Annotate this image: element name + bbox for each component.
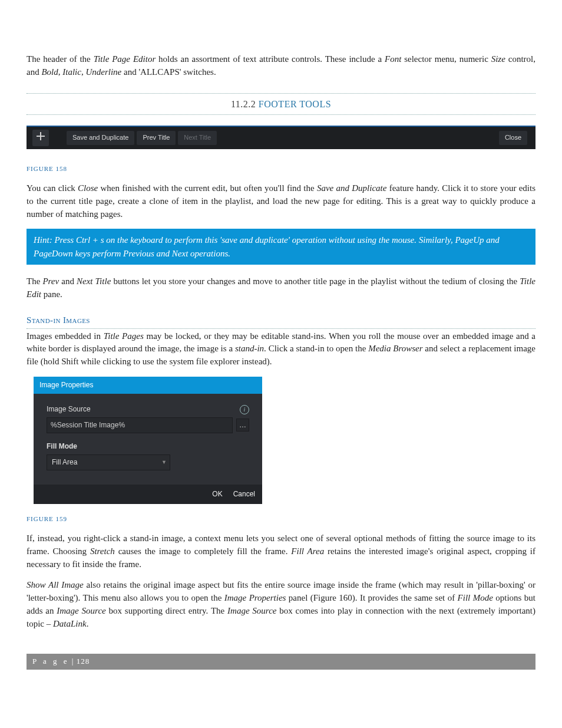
ok-button[interactable]: OK (212, 489, 222, 499)
info-icon[interactable]: i (240, 405, 249, 414)
section-header: 11.2.2 FOOTER TOOLS (27, 93, 535, 116)
prev-next-paragraph: The Prev and Next Title buttons let you … (27, 275, 535, 301)
add-button[interactable] (32, 130, 49, 146)
section-number: 11.2.2 (231, 99, 256, 109)
ellipsis-icon: … (239, 420, 246, 430)
fill-mode-select[interactable]: Fill Area ▼ (47, 454, 170, 470)
dialog-title: Image Properties (34, 377, 262, 394)
page-footer: P a g e | 128 (27, 654, 535, 670)
next-title-button[interactable]: Next Title (178, 131, 217, 145)
chevron-down-icon: ▼ (161, 459, 167, 466)
image-source-input[interactable]: %Session Title Image% (47, 417, 233, 433)
figure-159-caption: FIGURE 159 (27, 515, 535, 524)
stretch-fill-paragraph: If, instead, you right-click a stand-in … (27, 532, 535, 571)
image-source-label: Image Source (47, 404, 91, 414)
standin-images-heading: Stand-in Images (27, 314, 535, 329)
section-title: FOOTER TOOLS (259, 99, 331, 109)
page-number: 128 (77, 657, 90, 666)
figure-158-caption: FIGURE 158 (27, 164, 535, 174)
plus-icon (37, 131, 45, 144)
close-button[interactable]: Close (499, 131, 527, 145)
intro-paragraph: The header of the Title Page Editor hold… (27, 53, 535, 79)
standin-paragraph: Images embedded in Title Pages may be lo… (27, 330, 535, 368)
show-all-paragraph: Show All Image also retains the original… (27, 579, 535, 630)
cancel-button[interactable]: Cancel (233, 489, 255, 499)
prev-title-button[interactable]: Prev Title (137, 131, 176, 145)
fill-mode-label: Fill Mode (47, 442, 249, 452)
image-properties-dialog: Image Properties Image Source i %Session… (34, 377, 262, 504)
footer-toolbar-figure: Save and Duplicate Prev Title Next Title… (27, 126, 535, 149)
close-save-paragraph: You can click Close when finished with t… (27, 182, 535, 220)
hint-box: Hint: Press Ctrl + s on the keyboard to … (27, 229, 535, 265)
browse-button[interactable]: … (236, 419, 249, 431)
save-and-duplicate-button[interactable]: Save and Duplicate (67, 131, 134, 145)
